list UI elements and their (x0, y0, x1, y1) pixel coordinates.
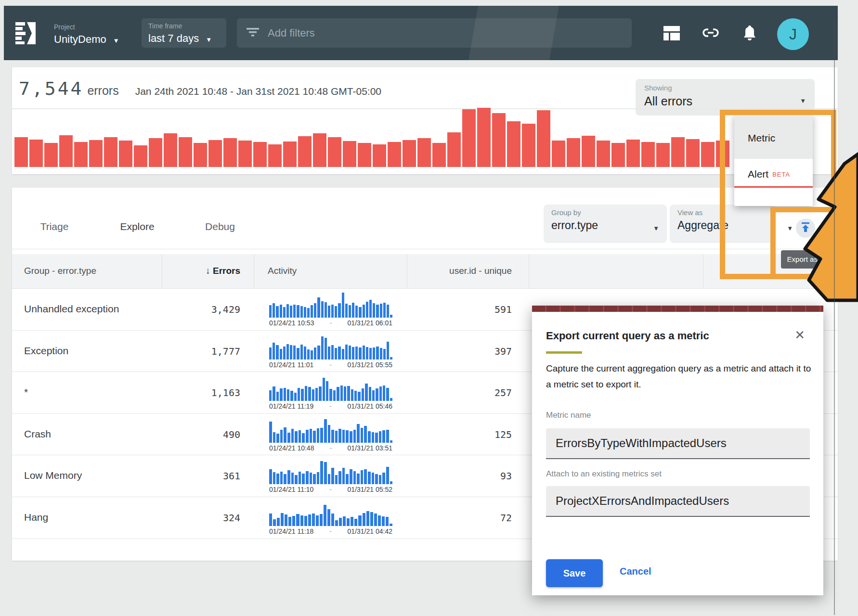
group-value: Low Memory (24, 470, 82, 481)
error-histogram[interactable] (14, 108, 737, 167)
histogram-bar[interactable] (403, 140, 416, 167)
histogram-bar[interactable] (671, 137, 685, 167)
sparkline-bar (386, 430, 389, 443)
add-filters-input[interactable]: Add filters (237, 18, 632, 48)
group-by-selector[interactable]: Group by error.type ▼ (544, 205, 667, 243)
tab-debug[interactable]: Debug (179, 205, 261, 249)
save-button[interactable]: Save (546, 559, 603, 587)
histogram-bar[interactable] (417, 138, 431, 167)
error-count-unit: errors (87, 84, 118, 98)
histogram-bar[interactable] (208, 140, 222, 167)
histogram-bar[interactable] (656, 143, 670, 167)
sparkline-bar (310, 429, 312, 443)
menu-item-alert[interactable]: AlertBETA (734, 159, 813, 188)
histogram-bar[interactable] (89, 140, 103, 167)
view-as-selector[interactable]: View as Aggregate ▼ (670, 205, 776, 243)
histogram-bar[interactable] (164, 133, 177, 167)
histogram-bar[interactable] (149, 138, 162, 167)
histogram-bar[interactable] (626, 140, 640, 167)
timeframe-selector[interactable]: Time frame last 7 days▼ (142, 18, 226, 48)
window-edge (834, 19, 835, 615)
histogram-bar[interactable] (298, 136, 312, 167)
histogram-bar[interactable] (119, 141, 132, 167)
activity-sparkline (269, 417, 392, 443)
sort-desc-icon[interactable]: ↓ (206, 266, 210, 276)
sparkline-bar (280, 430, 283, 443)
histogram-bar[interactable] (134, 145, 147, 167)
histogram-bar[interactable] (104, 137, 117, 167)
col-errors[interactable]: Errors (213, 266, 240, 276)
avatar[interactable]: J (777, 18, 809, 50)
cancel-button[interactable]: Cancel (620, 566, 651, 577)
histogram-bar[interactable] (552, 141, 565, 167)
sparkline-bar (296, 514, 299, 526)
histogram-bar[interactable] (373, 144, 386, 167)
histogram-bar[interactable] (223, 138, 237, 167)
histogram-bar[interactable] (358, 143, 371, 167)
histogram-bar[interactable] (507, 121, 520, 167)
tab-triage[interactable]: Triage (13, 205, 96, 249)
col-group[interactable]: Group - error.type (24, 266, 96, 276)
histogram-bar[interactable] (522, 124, 535, 167)
metric-name-field[interactable] (546, 428, 810, 459)
histogram-bar[interactable] (253, 142, 267, 167)
menu-item-metric[interactable]: Metric (734, 114, 813, 159)
sparkline-bar (342, 293, 344, 318)
activity-sparkline (269, 500, 392, 526)
col-users[interactable]: user.id - unique (416, 266, 512, 276)
histogram-bar[interactable] (238, 141, 252, 167)
histogram-bar[interactable] (686, 139, 700, 167)
histogram-bar[interactable] (283, 141, 297, 167)
sparkline-bar (376, 388, 378, 401)
histogram-bar[interactable] (492, 113, 506, 167)
sparkline-bar (337, 387, 339, 401)
histogram-bar[interactable] (343, 141, 356, 167)
col-activity[interactable]: Activity (268, 266, 297, 276)
tab-explore[interactable]: Explore (96, 205, 179, 249)
histogram-bar[interactable] (313, 133, 326, 167)
bell-icon[interactable] (742, 25, 759, 39)
activity-dates: 01/24/21 10:53-01/31/21 06:01 (269, 319, 392, 327)
histogram-bar[interactable] (388, 142, 401, 167)
sparkline-bar (295, 431, 298, 443)
histogram-bar[interactable] (29, 140, 43, 167)
sparkline-bar (342, 430, 345, 443)
project-selector[interactable]: Project UnityDemo▼ (54, 23, 119, 46)
sparkline-bar (310, 473, 312, 484)
histogram-bar[interactable] (641, 142, 655, 167)
histogram-bar[interactable] (268, 144, 282, 167)
histogram-bar[interactable] (716, 141, 729, 167)
sparkline-bar (383, 303, 386, 318)
histogram-bar[interactable] (432, 143, 446, 167)
histogram-bar[interactable] (179, 137, 192, 167)
sparkline-bar (269, 390, 272, 401)
sparkline-bar (325, 338, 327, 359)
histogram-bar[interactable] (567, 138, 580, 167)
histogram-bar[interactable] (44, 143, 58, 167)
sparkline-bar (313, 431, 316, 443)
activity-start: 01/24/21 10:53 (269, 319, 314, 327)
histogram-bar[interactable] (194, 143, 207, 167)
histogram-bar[interactable] (74, 142, 88, 167)
close-icon[interactable]: ✕ (794, 328, 805, 343)
sparkline-bar (320, 514, 323, 526)
histogram-bar[interactable] (582, 136, 595, 167)
histogram-bar[interactable] (462, 109, 476, 167)
histogram-bar[interactable] (477, 108, 491, 167)
link-icon[interactable] (702, 28, 718, 42)
sparkline-bar (351, 517, 353, 526)
sparkline-bar (390, 481, 393, 484)
histogram-bar[interactable] (447, 132, 461, 167)
histogram-bar[interactable] (701, 142, 715, 167)
metrics-set-field[interactable] (546, 486, 810, 517)
histogram-bar[interactable] (597, 141, 610, 167)
histogram-bar[interactable] (537, 110, 550, 167)
histogram-bar[interactable] (611, 143, 625, 167)
histogram-bar[interactable] (328, 137, 341, 167)
histogram-bar[interactable] (14, 137, 28, 167)
dashboard-layout-icon[interactable] (663, 26, 680, 40)
export-as-button[interactable] (796, 218, 815, 238)
activity-dates: 01/24/21 10:48-01/31/21 03:51 (269, 444, 392, 452)
errors-value: 324 (176, 512, 240, 524)
histogram-bar[interactable] (59, 135, 73, 167)
